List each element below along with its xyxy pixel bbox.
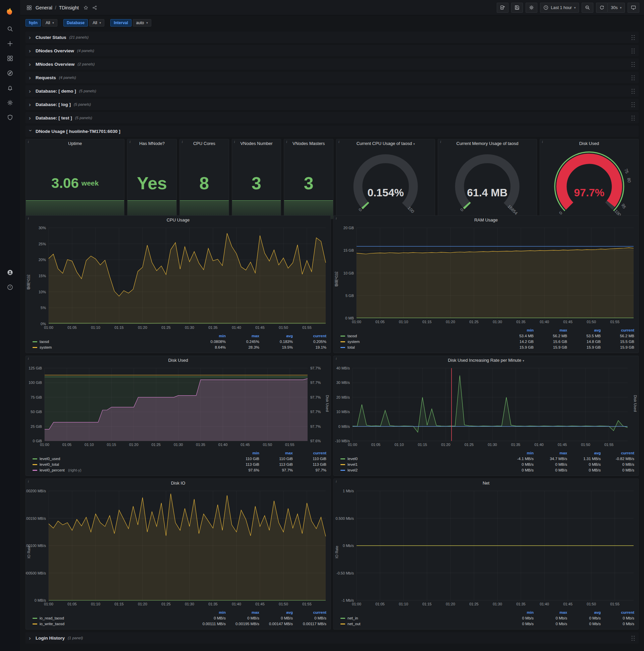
legend-column-header[interactable]: current xyxy=(293,610,326,615)
panel-title[interactable]: Current CPU Usage of taosd▾ xyxy=(336,139,435,148)
row-drag-handle[interactable] xyxy=(631,35,635,40)
legend-column-header[interactable]: avg xyxy=(259,333,293,339)
sidebar-help-button[interactable]: ? xyxy=(0,280,20,294)
legend-column-header[interactable]: min xyxy=(192,333,226,339)
legend-column-header[interactable]: avg xyxy=(567,610,601,615)
grafana-logo[interactable] xyxy=(0,0,20,22)
row-drag-handle[interactable] xyxy=(631,61,635,67)
sidebar-profile-button[interactable] xyxy=(0,265,20,280)
variable-label-interval[interactable]: Interval xyxy=(110,19,131,27)
dashboard-row-toggle-requests[interactable]: ›Requests(4 panels) xyxy=(26,72,639,83)
panel-title[interactable]: Current Memory Usage of taosd xyxy=(438,139,536,148)
dashboard-row-toggle-database-test[interactable]: ›Database: [ test ](5 panels) xyxy=(26,112,639,123)
legend-column-header[interactable]: max xyxy=(534,328,567,333)
panel-info-icon[interactable]: i xyxy=(28,140,29,144)
panel-info-icon[interactable]: i xyxy=(129,140,130,144)
dashboard-row-toggle-cluster-status[interactable]: ›Cluster Status(21 panels) xyxy=(26,32,639,43)
legend-column-header[interactable]: min xyxy=(500,450,534,456)
add-panel-button[interactable] xyxy=(497,3,509,13)
row-drag-handle[interactable] xyxy=(631,635,635,641)
legend-column-header[interactable]: avg xyxy=(567,450,601,456)
sidebar-create-button[interactable] xyxy=(0,36,20,51)
variable-value-interval[interactable]: auto▾ xyxy=(133,19,151,27)
panel-title[interactable]: Disk Used xyxy=(540,139,638,148)
zoom-out-button[interactable] xyxy=(582,3,593,13)
row-drag-handle[interactable] xyxy=(631,75,635,81)
panel-info-icon[interactable]: i xyxy=(286,140,287,144)
chart-plot[interactable]: 1 Mb/s0.500 Mb/s0 Mb/s-0.50 Mb/s-1 Mb/s0… xyxy=(357,491,634,600)
row-drag-handle[interactable] xyxy=(631,48,635,54)
legend-series-toggle-level2[interactable]: level2 xyxy=(341,467,500,473)
sidebar-configuration-button[interactable] xyxy=(0,95,20,110)
share-icon[interactable] xyxy=(90,3,99,12)
time-picker-button[interactable]: Last 1 hour ▾ xyxy=(540,3,579,13)
panel-title[interactable]: Has MNode? xyxy=(127,139,176,148)
panel-info-icon[interactable]: i xyxy=(542,140,543,144)
legend-series-toggle-taosd[interactable]: taosd xyxy=(341,333,500,339)
panel-title[interactable]: Uptime xyxy=(26,139,124,148)
panel-info-icon[interactable]: i xyxy=(336,216,337,220)
panel-info-icon[interactable]: i xyxy=(28,216,29,220)
panel-title[interactable]: Disk Used Increasing Rate per Minute▾ xyxy=(334,356,638,365)
sidebar-search-button[interactable] xyxy=(0,22,20,36)
dashboard-row-toggle-dnodes-overview[interactable]: ›DNodes Overview(4 panels) xyxy=(26,45,639,56)
legend-series-toggle-system[interactable]: system xyxy=(33,345,192,350)
chart-plot[interactable]: 125 GiB100 GiB75 GiB50 GiB25 GiB0 GiB97.… xyxy=(44,368,308,441)
legend-column-header[interactable]: max xyxy=(226,610,259,615)
dashboard-row-toggle-login-history[interactable]: ›Login History(1 panel) xyxy=(26,632,639,644)
breadcrumb-section[interactable]: General xyxy=(36,5,52,10)
legend-column-header[interactable]: current xyxy=(601,610,634,615)
dashboards-apps-icon[interactable] xyxy=(25,3,34,12)
panel-info-icon[interactable]: i xyxy=(440,140,441,144)
cycle-view-mode-button[interactable] xyxy=(627,3,639,13)
legend-column-header[interactable]: max xyxy=(226,333,259,339)
legend-column-header[interactable]: avg xyxy=(567,328,601,333)
panel-title[interactable]: RAM Usage xyxy=(334,216,638,224)
panel-info-icon[interactable]: i xyxy=(182,140,183,144)
panel-info-icon[interactable]: i xyxy=(336,479,337,483)
legend-series-toggle-level0[interactable]: level0 xyxy=(341,456,500,461)
legend-column-header[interactable]: min xyxy=(192,610,226,615)
dashboard-row-toggle-database-demo[interactable]: ›Database: [ demo ](5 panels) xyxy=(26,85,639,97)
refresh-button[interactable] xyxy=(596,3,608,13)
sidebar-explore-button[interactable] xyxy=(0,66,20,81)
panel-info-icon[interactable]: i xyxy=(28,357,29,361)
legend-column-header[interactable]: min xyxy=(500,610,534,615)
chart-plot[interactable]: 30%25%20%15%10%5%0%01:0001:0501:1001:150… xyxy=(49,228,326,324)
variable-value-fqdn[interactable]: All▾ xyxy=(42,19,57,27)
panel-title[interactable]: Net xyxy=(334,479,638,488)
row-drag-handle[interactable] xyxy=(631,102,635,107)
sideb​ar-alerting-button[interactable] xyxy=(0,81,20,95)
legend-column-header[interactable]: current xyxy=(601,450,634,456)
variable-value-database[interactable]: All▾ xyxy=(89,19,104,27)
panel-title[interactable]: VNodes Number xyxy=(232,139,281,148)
legend-column-header[interactable]: current xyxy=(293,333,326,339)
panel-title[interactable]: Disk Used xyxy=(26,356,330,365)
legend-series-toggle-total[interactable]: total xyxy=(341,345,500,350)
legend-series-toggle-io-write-taosd[interactable]: io_write_taosd xyxy=(33,621,192,626)
legend-column-header[interactable]: max xyxy=(259,450,293,456)
legend-series-toggle-level0-percent[interactable]: level0_percent (right-y) xyxy=(33,467,226,473)
chart-plot[interactable]: 40 MB/s30 MB/s20 MB/s10 MB/s0 MB/s-10 MB… xyxy=(353,368,627,441)
legend-column-header[interactable]: current xyxy=(293,450,326,456)
legend-column-header[interactable]: current xyxy=(601,328,634,333)
chart-plot[interactable]: 0.00200 MB/s0.00150 MB/s0.00100 MB/s0.00… xyxy=(49,491,326,600)
dashboard-row-toggle-database-log[interactable]: ›Database: [ log ](5 panels) xyxy=(26,99,639,110)
dashboard-settings-button[interactable] xyxy=(525,3,537,13)
panel-info-icon[interactable]: i xyxy=(339,140,340,144)
panel-title[interactable]: CPU Cores xyxy=(180,139,229,148)
dashboard-row-toggle-mnodes-overview[interactable]: ›MNodes Overview(2 panels) xyxy=(26,58,639,70)
star-icon[interactable] xyxy=(82,3,90,12)
legend-series-toggle-net-out[interactable]: net_out xyxy=(341,621,500,626)
legend-series-toggle-net-in[interactable]: net_in xyxy=(341,615,500,621)
legend-series-toggle-level1[interactable]: level1 xyxy=(341,462,500,467)
legend-column-header[interactable]: avg xyxy=(259,610,293,615)
legend-series-toggle-level0-used[interactable]: level0_used xyxy=(33,456,226,461)
legend-column-header[interactable]: max xyxy=(534,450,567,456)
legend-column-header[interactable]: max xyxy=(534,610,567,615)
panel-info-icon[interactable]: i xyxy=(336,357,337,361)
save-dashboard-button[interactable] xyxy=(511,3,523,13)
breadcrumb-page[interactable]: TDinsight xyxy=(59,5,79,10)
legend-series-toggle-io-read-taosd[interactable]: io_read_taosd xyxy=(33,615,192,621)
variable-label-database[interactable]: Database xyxy=(63,19,88,27)
